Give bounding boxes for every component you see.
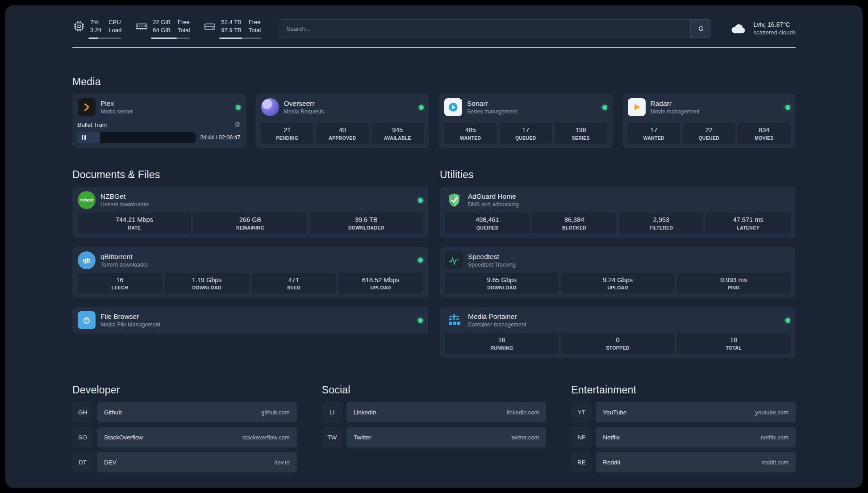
- memory-progress-bar: [151, 38, 190, 39]
- app-subtitle: DNS and adblocking: [468, 201, 519, 208]
- app-subtitle: Series management: [467, 108, 517, 115]
- disk-total-value: 97.9 TB: [221, 26, 241, 34]
- qbittorrent-card[interactable]: qb qBittorrent Torrent downloader 16LEEC…: [72, 247, 428, 298]
- status-dot: [419, 105, 424, 110]
- section-title-social: Social: [322, 384, 547, 396]
- nzbget-icon: nzbget: [78, 191, 96, 209]
- app-name: qBittorrent: [100, 252, 148, 261]
- app-subtitle: Torrent downloader: [100, 261, 148, 268]
- speedtest-icon: [445, 251, 463, 269]
- app-name: Plex: [100, 99, 133, 108]
- bookmark-link-twitter[interactable]: Twitter twitter.com: [346, 427, 547, 447]
- stat-tile: 0.993 msPING: [677, 273, 790, 294]
- overseerr-icon: [261, 98, 279, 116]
- stat-tile: 17QUEUED: [500, 123, 552, 144]
- stat-tile: 21PENDING: [261, 123, 314, 144]
- bookmark-link-reddit[interactable]: Reddit reddit.com: [596, 452, 796, 472]
- app-name: AdGuard Home: [468, 192, 519, 201]
- stat-tile: 0STOPPED: [561, 333, 675, 354]
- section-title-utilities: Utilities: [440, 169, 796, 181]
- bookmark-row: DT DEV dev.to: [72, 452, 297, 472]
- status-dot: [785, 105, 790, 110]
- bookmark-link-stackoverflow[interactable]: StackOverflow stackoverflow.com: [97, 427, 297, 447]
- app-subtitle: Speedtest Tracking: [468, 261, 516, 268]
- search-input[interactable]: [279, 20, 690, 38]
- weather-widget[interactable]: Lviv, 16.87°C scattered clouds: [729, 21, 796, 37]
- cpu-load-value: 3.24: [90, 26, 101, 34]
- bookmark-row: YT YouTube youtube.com: [571, 402, 796, 422]
- disk-total-label: Total: [249, 26, 261, 34]
- bookmark-abbr: YT: [571, 402, 592, 422]
- radarr-card[interactable]: Radarr Movie management 17WANTED 22QUEUE…: [622, 94, 796, 148]
- status-dot: [418, 198, 423, 203]
- plex-card[interactable]: Plex Media server Bullet Train ⚙ 24:44 /…: [72, 94, 246, 148]
- portainer-card[interactable]: Media Portainer Container management 16R…: [440, 307, 796, 358]
- section-title-media: Media: [72, 76, 796, 88]
- overseerr-card[interactable]: Overseerr Media Requests 21PENDING 40APP…: [256, 94, 430, 148]
- app-name: Speedtest: [468, 252, 516, 261]
- bookmark-abbr: SO: [72, 427, 93, 447]
- bookmark-row: SO StackOverflow stackoverflow.com: [72, 427, 297, 447]
- stat-tile: 485WANTED: [444, 123, 497, 144]
- stat-tile: 86,384BLOCKED: [532, 213, 617, 234]
- memory-total-value: 64 GiB: [153, 26, 171, 34]
- cpu-progress-bar: [88, 38, 121, 39]
- playback-progress-bar[interactable]: [78, 132, 196, 143]
- stat-tile: 1.19 GbpsDOWNLOAD: [165, 273, 249, 294]
- memory-total-label: Total: [178, 26, 190, 34]
- cpu-label: CPU: [108, 18, 121, 26]
- app-subtitle: Media Requests: [284, 108, 324, 115]
- disk-free-label: Free: [249, 18, 261, 26]
- bookmark-group-entertainment: Entertainment YT YouTube youtube.com NF …: [571, 384, 796, 477]
- stat-tile: 17WANTED: [628, 123, 680, 144]
- cpu-percent: 7%: [90, 18, 101, 26]
- bookmark-link-linkedin[interactable]: LinkedIn linkedin.com: [346, 402, 547, 422]
- app-name: Radarr: [651, 99, 700, 108]
- stat-tile: 744.21 MbpsRATE: [78, 213, 191, 234]
- disk-widget: 52.4 TB 97.9 TB Free Total: [203, 18, 261, 38]
- app-name: Overseerr: [284, 99, 324, 108]
- stat-tile: 2,953FILTERED: [619, 213, 704, 234]
- app-subtitle: Media File Management: [100, 321, 160, 328]
- bookmark-link-youtube[interactable]: YouTube youtube.com: [596, 402, 796, 422]
- memory-free-label: Free: [178, 18, 190, 26]
- stat-tile: 834MOVIES: [738, 123, 791, 144]
- portainer-icon: [445, 311, 463, 329]
- app-name: Media Portainer: [468, 312, 526, 321]
- weather-condition: scattered clouds: [753, 29, 796, 37]
- section-utilities: Utilities AdGuard Home DNS and adblockin…: [440, 169, 796, 358]
- bookmark-link-netflix[interactable]: Netflix netflix.com: [596, 427, 796, 447]
- stat-tile: 9.24 GbpsUPLOAD: [561, 273, 675, 294]
- search-provider-button[interactable]: G: [690, 20, 711, 38]
- bookmark-row: LI LinkedIn linkedin.com: [322, 402, 547, 422]
- status-dot: [236, 105, 241, 110]
- stat-tile: 945AVAILABLE: [371, 123, 424, 144]
- app-subtitle: Media server: [100, 108, 133, 115]
- radarr-icon: [628, 98, 646, 116]
- adguard-card[interactable]: AdGuard Home DNS and adblocking 498,461Q…: [440, 187, 796, 238]
- app-subtitle: Movie management: [651, 108, 700, 115]
- app-name: File Browser: [100, 312, 160, 321]
- settings-icon[interactable]: ⚙: [234, 121, 240, 129]
- bookmark-row: NF Netflix netflix.com: [571, 427, 796, 447]
- bookmark-link-github[interactable]: Github github.com: [97, 402, 297, 422]
- filebrowser-card[interactable]: File Browser Media File Management: [72, 307, 428, 334]
- sonarr-card[interactable]: Sonarr Series management 485WANTED 17QUE…: [439, 94, 613, 148]
- weather-location: Lviv, 16.87°C: [753, 21, 796, 29]
- status-dot: [418, 258, 423, 263]
- bookmark-link-dev[interactable]: DEV dev.to: [97, 452, 297, 472]
- speedtest-card[interactable]: Speedtest Speedtest Tracking 9.65 GbpsDO…: [440, 247, 796, 298]
- memory-icon: [135, 20, 148, 33]
- bookmark-abbr: DT: [72, 452, 93, 472]
- stat-tile: 16LEECH: [78, 273, 162, 294]
- section-title-documents: Documents & Files: [72, 169, 428, 181]
- stat-tile: 22QUEUED: [683, 123, 735, 144]
- topbar: 7% 3.24 CPU Load 22 GiB 64 GiB: [72, 18, 796, 39]
- nzbget-card[interactable]: nzbget NZBGet Usenet downloader 744.21 M…: [72, 187, 428, 238]
- topbar-divider: [72, 47, 796, 48]
- cloud-icon: [729, 21, 748, 36]
- pause-icon[interactable]: [82, 135, 86, 140]
- memory-free-value: 22 GiB: [153, 18, 171, 26]
- section-documents: Documents & Files nzbget NZBGet Usenet d…: [72, 169, 428, 358]
- memory-widget: 22 GiB 64 GiB Free Total: [135, 18, 190, 38]
